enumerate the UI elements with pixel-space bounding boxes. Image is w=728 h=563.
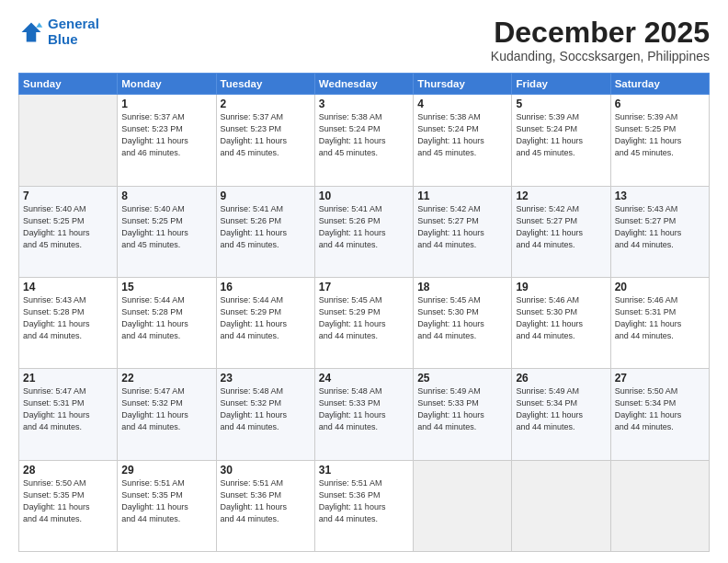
day-number: 21 (23, 372, 113, 385)
weekday-header-monday: Monday (118, 74, 216, 95)
day-number: 31 (319, 464, 409, 477)
svg-marker-1 (36, 22, 42, 27)
calendar-week-5: 28Sunrise: 5:50 AM Sunset: 5:35 PM Dayli… (19, 460, 710, 551)
calendar-week-3: 14Sunrise: 5:43 AM Sunset: 5:28 PM Dayli… (19, 277, 710, 368)
calendar-cell: 13Sunrise: 5:43 AM Sunset: 5:27 PM Dayli… (610, 186, 709, 277)
day-number: 27 (615, 372, 705, 385)
day-info: Sunrise: 5:40 AM Sunset: 5:25 PM Dayligh… (121, 203, 211, 251)
title-block: December 2025 Kudanding, Soccsksargen, P… (491, 17, 710, 63)
calendar-cell: 28Sunrise: 5:50 AM Sunset: 5:35 PM Dayli… (19, 460, 118, 551)
day-info: Sunrise: 5:41 AM Sunset: 5:26 PM Dayligh… (221, 203, 311, 251)
logo: General Blue (18, 17, 99, 47)
calendar-cell: 22Sunrise: 5:47 AM Sunset: 5:32 PM Dayli… (118, 369, 216, 460)
day-info: Sunrise: 5:41 AM Sunset: 5:26 PM Dayligh… (319, 203, 409, 251)
day-info: Sunrise: 5:49 AM Sunset: 5:34 PM Dayligh… (516, 385, 606, 433)
day-info: Sunrise: 5:51 AM Sunset: 5:36 PM Dayligh… (319, 477, 409, 525)
calendar-cell (414, 460, 512, 551)
day-info: Sunrise: 5:51 AM Sunset: 5:36 PM Dayligh… (221, 477, 311, 525)
location: Kudanding, Soccsksargen, Philippines (491, 49, 710, 63)
day-info: Sunrise: 5:40 AM Sunset: 5:25 PM Dayligh… (23, 203, 113, 251)
calendar-cell: 21Sunrise: 5:47 AM Sunset: 5:31 PM Dayli… (19, 369, 118, 460)
weekday-header-row: SundayMondayTuesdayWednesdayThursdayFrid… (19, 74, 710, 95)
day-info: Sunrise: 5:46 AM Sunset: 5:30 PM Dayligh… (516, 294, 606, 342)
calendar-cell: 25Sunrise: 5:49 AM Sunset: 5:33 PM Dayli… (414, 369, 512, 460)
day-number: 16 (221, 281, 311, 293)
calendar-cell: 31Sunrise: 5:51 AM Sunset: 5:36 PM Dayli… (314, 460, 413, 551)
weekday-header-wednesday: Wednesday (314, 74, 413, 95)
calendar-cell: 1Sunrise: 5:37 AM Sunset: 5:23 PM Daylig… (118, 95, 216, 186)
day-info: Sunrise: 5:42 AM Sunset: 5:27 PM Dayligh… (516, 203, 606, 251)
calendar-cell: 29Sunrise: 5:51 AM Sunset: 5:35 PM Dayli… (118, 460, 216, 551)
calendar-cell: 7Sunrise: 5:40 AM Sunset: 5:25 PM Daylig… (19, 186, 118, 277)
day-info: Sunrise: 5:44 AM Sunset: 5:29 PM Dayligh… (221, 294, 311, 342)
day-number: 28 (23, 464, 113, 477)
weekday-header-sunday: Sunday (19, 74, 118, 95)
day-number: 7 (23, 190, 113, 202)
day-info: Sunrise: 5:43 AM Sunset: 5:28 PM Dayligh… (23, 294, 113, 342)
weekday-header-tuesday: Tuesday (216, 74, 314, 95)
calendar-week-4: 21Sunrise: 5:47 AM Sunset: 5:31 PM Dayli… (19, 369, 710, 460)
calendar-cell: 17Sunrise: 5:45 AM Sunset: 5:29 PM Dayli… (314, 277, 413, 368)
day-info: Sunrise: 5:46 AM Sunset: 5:31 PM Dayligh… (615, 294, 705, 342)
day-number: 18 (417, 281, 507, 293)
header: General Blue December 2025 Kudanding, So… (18, 17, 710, 63)
calendar-cell: 30Sunrise: 5:51 AM Sunset: 5:36 PM Dayli… (216, 460, 314, 551)
day-info: Sunrise: 5:38 AM Sunset: 5:24 PM Dayligh… (417, 111, 507, 159)
calendar-cell: 9Sunrise: 5:41 AM Sunset: 5:26 PM Daylig… (216, 186, 314, 277)
day-info: Sunrise: 5:47 AM Sunset: 5:32 PM Dayligh… (121, 385, 211, 433)
day-number: 11 (417, 190, 507, 202)
weekday-header-friday: Friday (512, 74, 610, 95)
calendar-cell: 12Sunrise: 5:42 AM Sunset: 5:27 PM Dayli… (512, 186, 610, 277)
day-number: 24 (319, 372, 409, 385)
day-number: 29 (121, 464, 211, 477)
calendar-cell: 6Sunrise: 5:39 AM Sunset: 5:25 PM Daylig… (610, 95, 709, 186)
day-number: 19 (516, 281, 606, 293)
day-number: 23 (221, 372, 311, 385)
calendar-cell: 27Sunrise: 5:50 AM Sunset: 5:34 PM Dayli… (610, 369, 709, 460)
calendar-cell (512, 460, 610, 551)
calendar-cell (610, 460, 709, 551)
day-number: 13 (615, 190, 705, 202)
calendar-cell: 8Sunrise: 5:40 AM Sunset: 5:25 PM Daylig… (118, 186, 216, 277)
weekday-header-thursday: Thursday (414, 74, 512, 95)
day-info: Sunrise: 5:50 AM Sunset: 5:35 PM Dayligh… (23, 477, 113, 525)
calendar-cell: 10Sunrise: 5:41 AM Sunset: 5:26 PM Dayli… (314, 186, 413, 277)
calendar-cell: 23Sunrise: 5:48 AM Sunset: 5:32 PM Dayli… (216, 369, 314, 460)
calendar-cell: 26Sunrise: 5:49 AM Sunset: 5:34 PM Dayli… (512, 369, 610, 460)
month-title: December 2025 (491, 17, 710, 49)
calendar-week-1: 1Sunrise: 5:37 AM Sunset: 5:23 PM Daylig… (19, 95, 710, 186)
day-number: 20 (615, 281, 705, 293)
calendar-cell: 18Sunrise: 5:45 AM Sunset: 5:30 PM Dayli… (414, 277, 512, 368)
day-info: Sunrise: 5:39 AM Sunset: 5:25 PM Dayligh… (615, 111, 705, 159)
day-info: Sunrise: 5:44 AM Sunset: 5:28 PM Dayligh… (121, 294, 211, 342)
calendar-cell: 4Sunrise: 5:38 AM Sunset: 5:24 PM Daylig… (414, 95, 512, 186)
day-number: 5 (516, 98, 606, 110)
day-info: Sunrise: 5:37 AM Sunset: 5:23 PM Dayligh… (221, 111, 311, 159)
day-number: 4 (417, 98, 507, 110)
day-number: 10 (319, 190, 409, 202)
day-number: 12 (516, 190, 606, 202)
page: General Blue December 2025 Kudanding, So… (0, 0, 728, 563)
day-number: 6 (615, 98, 705, 110)
day-info: Sunrise: 5:51 AM Sunset: 5:35 PM Dayligh… (121, 477, 211, 525)
day-info: Sunrise: 5:49 AM Sunset: 5:33 PM Dayligh… (417, 385, 507, 433)
calendar-cell: 3Sunrise: 5:38 AM Sunset: 5:24 PM Daylig… (314, 95, 413, 186)
day-info: Sunrise: 5:39 AM Sunset: 5:24 PM Dayligh… (516, 111, 606, 159)
day-info: Sunrise: 5:37 AM Sunset: 5:23 PM Dayligh… (121, 111, 211, 159)
day-info: Sunrise: 5:48 AM Sunset: 5:32 PM Dayligh… (221, 385, 311, 433)
calendar-cell: 11Sunrise: 5:42 AM Sunset: 5:27 PM Dayli… (414, 186, 512, 277)
day-info: Sunrise: 5:43 AM Sunset: 5:27 PM Dayligh… (615, 203, 705, 251)
day-number: 3 (319, 98, 409, 110)
day-info: Sunrise: 5:45 AM Sunset: 5:30 PM Dayligh… (417, 294, 507, 342)
calendar-cell: 20Sunrise: 5:46 AM Sunset: 5:31 PM Dayli… (610, 277, 709, 368)
calendar-cell (19, 95, 118, 186)
day-info: Sunrise: 5:45 AM Sunset: 5:29 PM Dayligh… (319, 294, 409, 342)
day-number: 22 (121, 372, 211, 385)
day-number: 2 (221, 98, 311, 110)
weekday-header-saturday: Saturday (610, 74, 709, 95)
calendar-cell: 15Sunrise: 5:44 AM Sunset: 5:28 PM Dayli… (118, 277, 216, 368)
day-number: 1 (121, 98, 211, 110)
calendar-cell: 2Sunrise: 5:37 AM Sunset: 5:23 PM Daylig… (216, 95, 314, 186)
calendar-cell: 5Sunrise: 5:39 AM Sunset: 5:24 PM Daylig… (512, 95, 610, 186)
calendar-cell: 19Sunrise: 5:46 AM Sunset: 5:30 PM Dayli… (512, 277, 610, 368)
